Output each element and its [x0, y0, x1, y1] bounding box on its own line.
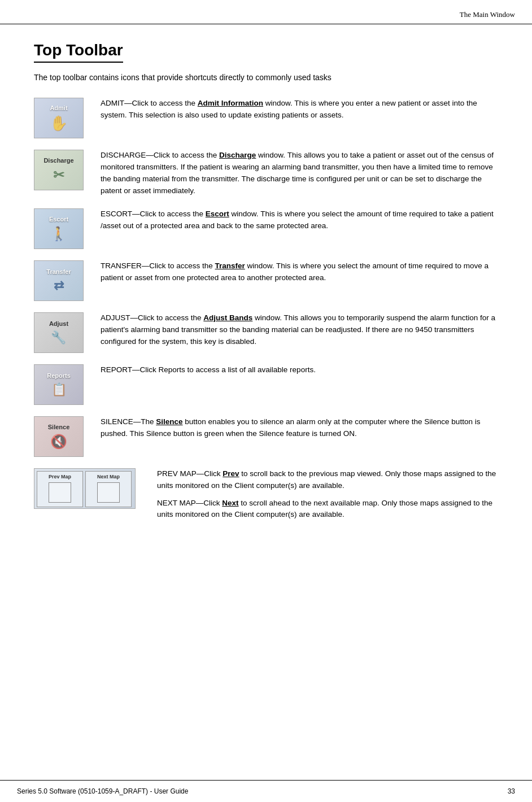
adjust-description: ADJUST—Click to access the Adjust Bands …	[101, 312, 498, 348]
page-footer: Series 5.0 Software (0510-1059-A_DRAFT) …	[0, 780, 532, 802]
silence-description: SILENCE—The Silence button enables you t…	[101, 416, 498, 440]
discharge-description: DISCHARGE—Click to access the Discharge …	[101, 150, 498, 197]
toolbar-item-prevnext: Prev Map Next Map PREV MAP—Click Prev to…	[34, 468, 498, 527]
prevnext-description: PREV MAP—Click Prev to scroll back to th…	[157, 468, 498, 527]
prev-map-button[interactable]: Prev Map	[37, 471, 83, 507]
escort-icon: Escort 🚶	[34, 208, 84, 249]
silence-symbol: 🔇	[50, 434, 67, 450]
next-map-button[interactable]: Next Map	[85, 471, 132, 507]
adjust-symbol: 🔧	[51, 330, 66, 345]
reports-icon: Reports 📋	[34, 364, 84, 405]
admit-icon: Admit ✋	[34, 98, 84, 138]
icon-cell-silence: Silence 🔇	[34, 416, 90, 457]
icon-cell-adjust: Adjust 🔧	[34, 312, 90, 353]
footer-left: Series 5.0 Software (0510-1059-A_DRAFT) …	[17, 787, 188, 795]
transfer-description: TRANSFER—Click to access the Transfer wi…	[101, 260, 498, 284]
page-title: Top Toolbar	[34, 41, 123, 63]
transfer-symbol: ⇄	[54, 278, 64, 293]
reports-symbol: 📋	[51, 382, 67, 397]
admit-description: ADMIT—Click to access the Admit Informat…	[101, 98, 498, 121]
icon-cell-admit: Admit ✋	[34, 98, 90, 138]
page-header: The Main Window	[0, 0, 532, 24]
toolbar-item-adjust: Adjust 🔧 ADJUST—Click to access the Adju…	[34, 312, 498, 353]
prevnext-icon: Prev Map Next Map	[34, 468, 136, 509]
admit-symbol: ✋	[50, 115, 68, 132]
icon-cell-escort: Escort 🚶	[34, 208, 90, 249]
discharge-symbol: ✂	[53, 167, 64, 183]
escort-description: ESCORT—Click to access the Escort window…	[101, 208, 498, 232]
reports-description: REPORT—Click Reports to access a list of…	[101, 364, 498, 376]
footer-right: 33	[508, 787, 515, 795]
header-title: The Main Window	[460, 10, 515, 19]
toolbar-item-transfer: Transfer ⇄ TRANSFER—Click to access the …	[34, 260, 498, 301]
silence-icon: Silence 🔇	[34, 416, 84, 457]
discharge-icon: Discharge ✂	[34, 150, 84, 190]
icon-cell-reports: Reports 📋	[34, 364, 90, 405]
toolbar-item-admit: Admit ✋ ADMIT—Click to access the Admit …	[34, 98, 498, 138]
adjust-icon: Adjust 🔧	[34, 312, 84, 353]
icon-cell-prevnext: Prev Map Next Map	[34, 468, 147, 509]
icon-cell-transfer: Transfer ⇄	[34, 260, 90, 301]
escort-symbol: 🚶	[50, 226, 67, 242]
icon-cell-discharge: Discharge ✂	[34, 150, 90, 190]
toolbar-item-discharge: Discharge ✂ DISCHARGE—Click to access th…	[34, 150, 498, 197]
transfer-icon: Transfer ⇄	[34, 260, 84, 301]
intro-text: The top toolbar contains icons that prov…	[34, 73, 498, 82]
toolbar-item-silence: Silence 🔇 SILENCE—The Silence button ena…	[34, 416, 498, 457]
toolbar-item-escort: Escort 🚶 ESCORT—Click to access the Esco…	[34, 208, 498, 249]
toolbar-item-reports: Reports 📋 REPORT—Click Reports to access…	[34, 364, 498, 405]
